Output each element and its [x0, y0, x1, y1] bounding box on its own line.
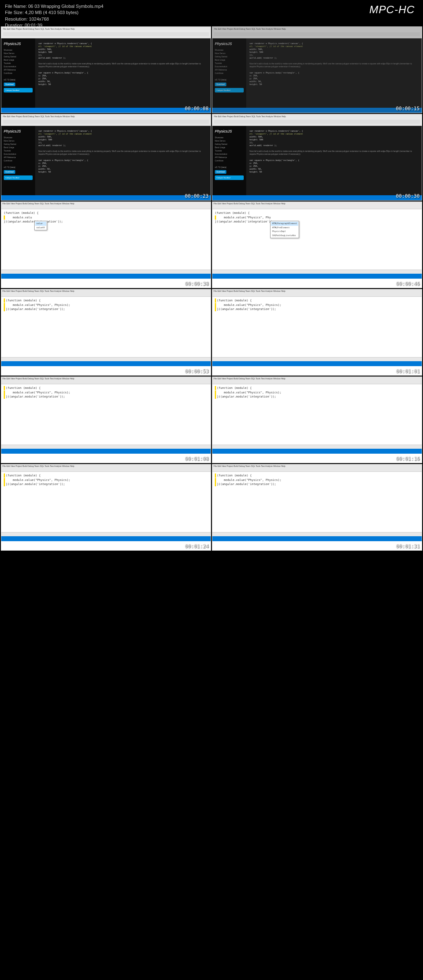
- thumbnail[interactable]: File Edit View Project Build Debug Team …: [1, 201, 211, 288]
- mpc-header: File Name: 06 03 Wrapping Global Symbols…: [0, 0, 423, 26]
- thumb-cell: File Edit View Project Build Debug Team …: [1, 26, 211, 113]
- thumb-cell: File Edit View Project Build Debug Team …: [212, 201, 422, 288]
- physicsjs-sidebar: PhysicsJS Showcase More Demos Getting St…: [1, 38, 35, 108]
- thumb-cell: File Edit View Project Build Debug Team …: [212, 464, 422, 551]
- timestamp: 00:01:31: [396, 543, 420, 549]
- code-content: var renderer = Physics.renderer('canvas'…: [35, 38, 211, 108]
- thumbnail[interactable]: File Edit View Project Build Debug Team …: [212, 289, 422, 376]
- thumbnail[interactable]: File Edit View Project Build Debug Team …: [212, 114, 422, 201]
- thumb-cell: File Edit View Project Build Debug Team …: [212, 376, 422, 463]
- timestamp: 00:00:46: [396, 281, 420, 286]
- ide-menu: File Edit View Project Build Debug Team …: [1, 202, 211, 209]
- timestamp: 00:00:15: [396, 106, 420, 111]
- thumbnail[interactable]: File Edit View Project Build Debug Team …: [1, 114, 211, 201]
- timestamp: 00:01:16: [396, 456, 420, 462]
- timestamp: 00:01:24: [185, 543, 209, 549]
- thumb-cell: File Edit View Project Build Debug Team …: [1, 464, 211, 551]
- thumbnail[interactable]: File Edit View Project Build Debug Team …: [212, 464, 422, 551]
- code-editor[interactable]: (function (module) { module.value("Physi…: [1, 297, 211, 313]
- thumbnail[interactable]: File Edit View Project Build Debug Team …: [1, 289, 211, 376]
- autocomplete-popup[interactable]: value valueOf: [34, 221, 47, 230]
- thumb-cell: File Edit View Project Build Debug Team …: [1, 289, 211, 376]
- thumbnail[interactable]: File Edit View Project Build Debug Team …: [212, 26, 422, 113]
- thumbnail[interactable]: File Edit View Project Build Debug Team …: [1, 376, 211, 463]
- timestamp: 00:00:30: [396, 193, 420, 199]
- code-editor[interactable]: (function (module) { module.valu value v…: [1, 209, 211, 226]
- thumbnail[interactable]: File Edit View Project Build Debug Team …: [212, 376, 422, 463]
- taskbar: [1, 108, 211, 113]
- file-size: 4,20 MB (4 410 503 bytes): [25, 10, 78, 15]
- timestamp: 00:00:53: [185, 368, 209, 374]
- resolution: 1024x768: [29, 17, 49, 21]
- thumbnail[interactable]: File Edit View Project Build Debug Team …: [212, 201, 422, 288]
- code-editor[interactable]: (function (module) { module.value("Physi…: [212, 209, 422, 226]
- timestamp: 00:00:23: [185, 193, 209, 199]
- app-logo: MPC-HC: [369, 3, 418, 22]
- thumb-cell: File Edit View Project Build Debug Team …: [1, 201, 211, 288]
- file-metadata: File Name: 06 03 Wrapping Global Symbols…: [5, 3, 103, 22]
- thumb-cell: File Edit View Project Build Debug Team …: [1, 114, 211, 201]
- timestamp: 00:01:08: [185, 456, 209, 462]
- thumbnail[interactable]: File Edit View Project Build Debug Team …: [1, 26, 211, 113]
- file-name: 06 03 Wrapping Global Symbols.mp4: [28, 4, 103, 9]
- thumb-cell: File Edit View Project Build Debug Team …: [212, 114, 422, 201]
- timestamp: 00:01:01: [396, 368, 420, 374]
- codepen-button[interactable]: Codepen Sandbox!: [4, 88, 33, 92]
- timestamp: 00:00:08: [185, 106, 209, 111]
- timestamp: 00:00:38: [185, 281, 209, 286]
- thumb-cell: File Edit View Project Build Debug Team …: [1, 376, 211, 463]
- thumbnail[interactable]: File Edit View Project Build Debug Team …: [1, 464, 211, 551]
- thumbnail-grid: File Edit View Project Build Debug Team …: [0, 26, 423, 552]
- thumb-cell: File Edit View Project Build Debug Team …: [212, 289, 422, 376]
- browser-chrome: File Edit View Project Build Debug Team …: [1, 27, 211, 38]
- autocomplete-popup[interactable]: HTMLParagraphElement HTMLPreElement Phys…: [270, 221, 299, 238]
- download-button[interactable]: Download: [4, 83, 15, 86]
- thumb-cell: File Edit View Project Build Debug Team …: [212, 26, 422, 113]
